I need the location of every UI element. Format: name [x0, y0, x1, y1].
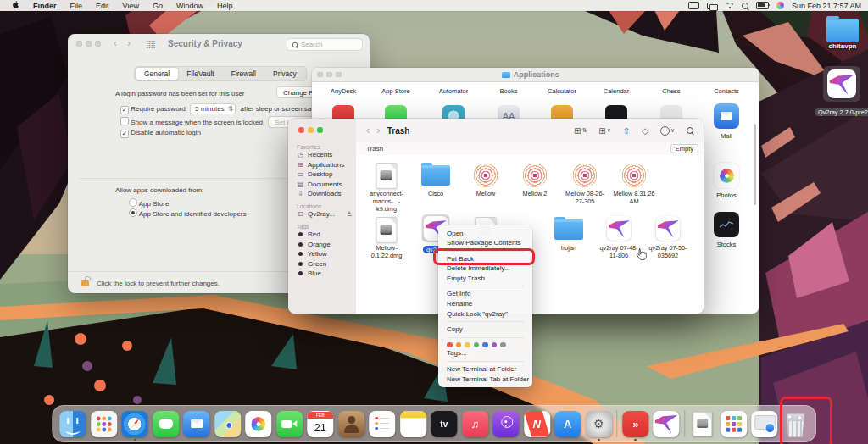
tag-icon[interactable]: ◇ — [642, 126, 648, 136]
app-label[interactable]: App Store — [370, 87, 421, 95]
dock-contacts[interactable] — [338, 411, 364, 437]
lock-icon[interactable] — [81, 280, 89, 286]
dock-maps[interactable] — [214, 411, 241, 437]
dock-downloads-stack[interactable] — [751, 411, 777, 437]
tag-blue-icon[interactable] — [482, 342, 488, 348]
back-icon[interactable]: ‹ — [114, 39, 117, 47]
file-label[interactable]: trojan — [546, 245, 592, 253]
dock-notes[interactable] — [400, 411, 426, 437]
dock-messages[interactable] — [153, 411, 179, 437]
sidebar-item-applications[interactable]: ⊞Applications — [297, 161, 353, 169]
close-button[interactable] — [76, 41, 82, 47]
search-input[interactable]: Search — [287, 38, 363, 51]
menu-item-empty-trash[interactable]: Empty Trash — [438, 274, 532, 284]
sidebar-item-desktop[interactable]: ▭Desktop — [297, 170, 353, 178]
app-label[interactable]: Calendar — [591, 87, 642, 95]
photos-app-icon[interactable] — [714, 163, 739, 188]
show-all-icon[interactable]: ⣿⣿ — [146, 40, 155, 48]
battery-icon[interactable] — [756, 2, 769, 9]
dock-applications-stack[interactable] — [721, 411, 747, 437]
menu-item-show-package-contents[interactable]: Show Package Contents — [438, 238, 532, 248]
zoom-button[interactable] — [317, 127, 323, 133]
back-icon[interactable]: ‹ — [366, 126, 370, 135]
interval-dropdown[interactable]: 5 minutes⇅ — [190, 103, 236, 114]
sidebar-item-documents[interactable]: ▤Documents — [297, 180, 353, 188]
dock-photos[interactable] — [245, 411, 271, 437]
dock-news[interactable]: N — [524, 411, 550, 437]
menu-item-rename[interactable]: Rename — [438, 299, 532, 309]
app-label[interactable]: Chess — [646, 87, 697, 95]
app-label[interactable]: AnyDesk — [318, 87, 369, 95]
show-message-checkbox[interactable] — [120, 117, 129, 125]
more-actions-icon[interactable]: ⋯∨ — [660, 126, 675, 136]
dock-appstore[interactable]: A — [554, 411, 581, 437]
file-icon-mellow[interactable] — [622, 162, 647, 187]
sidebar-tag-orange[interactable]: Orange — [297, 241, 353, 248]
require-password-checkbox[interactable]: ✓ — [120, 106, 129, 114]
app-label[interactable]: Photos — [701, 191, 752, 199]
menu-window[interactable]: Window — [170, 2, 210, 10]
window-controls[interactable] — [298, 127, 323, 133]
file-icon-folder[interactable] — [421, 162, 450, 186]
sidebar-tag-green[interactable]: Green — [297, 260, 353, 268]
menu-finder[interactable]: Finder — [26, 2, 64, 10]
dock-safari[interactable] — [121, 411, 147, 437]
dock-finder[interactable] — [59, 411, 86, 437]
tag-red-icon[interactable] — [447, 342, 453, 348]
group-by-icon[interactable]: ⊞⇅ — [574, 126, 587, 136]
siri-icon[interactable] — [776, 2, 784, 9]
app-label[interactable]: Stocks — [701, 241, 752, 248]
window-controls[interactable] — [76, 41, 101, 47]
menu-go[interactable]: Go — [146, 2, 170, 10]
menu-item-delete-immediately[interactable]: Delete Immediately... — [438, 264, 532, 274]
sidebar-item-downloads[interactable]: ⇩Downloads — [297, 190, 353, 197]
close-button[interactable] — [298, 127, 304, 133]
dock-qv2ray[interactable] — [653, 411, 679, 437]
app-label[interactable]: Mail — [701, 132, 752, 140]
share-icon[interactable]: ⇧ — [623, 126, 630, 136]
desktop-icon-chitavpn[interactable]: chitavpn — [819, 19, 866, 50]
dock-facetime[interactable] — [276, 411, 303, 437]
dock-launchpad[interactable] — [91, 411, 117, 437]
file-icon-qv2ray[interactable] — [656, 216, 681, 241]
menu-item-get-info[interactable]: Get Info — [438, 289, 532, 299]
view-options-icon[interactable]: ⊞∨ — [598, 126, 611, 136]
window-controls[interactable] — [317, 72, 342, 78]
tab-general[interactable]: General — [136, 68, 178, 80]
file-label[interactable]: Mellow 2 — [512, 191, 558, 198]
file-icon-mellow[interactable] — [523, 162, 548, 187]
identified-radio[interactable] — [129, 208, 137, 217]
menu-bar-clock[interactable]: Sun Feb 21 7:57 AM — [792, 2, 861, 10]
zoom-button[interactable] — [95, 41, 101, 47]
spotlight-icon[interactable] — [742, 3, 748, 9]
dock-tv[interactable]: tv — [431, 411, 457, 437]
tab-privacy[interactable]: Privacy — [264, 68, 305, 80]
dock-calendar[interactable]: FEB 21 — [307, 411, 333, 437]
tab-firewall[interactable]: Firewall — [223, 68, 264, 80]
file-icon-dmg[interactable] — [376, 216, 398, 243]
file-label[interactable]: Mellow-0.1.22.dmg — [364, 245, 409, 260]
stocks-app-icon[interactable] — [714, 212, 739, 237]
file-label[interactable]: qv2ray 07-50-035692 — [645, 245, 691, 260]
file-icon-mellow[interactable] — [474, 162, 498, 187]
dock-system-preferences[interactable]: ⚙ — [586, 411, 612, 437]
dock-disk-image[interactable] — [689, 411, 715, 437]
app-label[interactable]: Books — [483, 87, 534, 95]
menu-view[interactable]: View — [116, 2, 146, 10]
dock-podcasts[interactable] — [492, 411, 519, 437]
tag-gray-icon[interactable] — [500, 342, 506, 348]
minimize-button[interactable] — [86, 41, 92, 47]
search-icon[interactable] — [687, 127, 693, 134]
sidebar-tag-blue[interactable]: Blue — [297, 269, 353, 277]
tag-orange-icon[interactable] — [456, 342, 462, 348]
tab-filevault[interactable]: FileVault — [178, 68, 222, 80]
menu-item-tags[interactable]: Tags... — [438, 348, 532, 358]
file-label[interactable]: Mellow 08-26-27-305 — [562, 191, 608, 206]
tag-yellow-icon[interactable] — [465, 342, 470, 348]
app-label[interactable]: Contacts — [701, 87, 752, 95]
file-label[interactable]: Cisco — [413, 191, 459, 198]
sidebar-item-qv2ray-disk[interactable]: ⊟Qv2ray... — [297, 210, 353, 218]
empty-trash-button[interactable]: Empty — [670, 144, 698, 154]
dock-reminders[interactable] — [369, 411, 395, 437]
sidebar-item-recents[interactable]: ◷Recents — [297, 151, 353, 158]
